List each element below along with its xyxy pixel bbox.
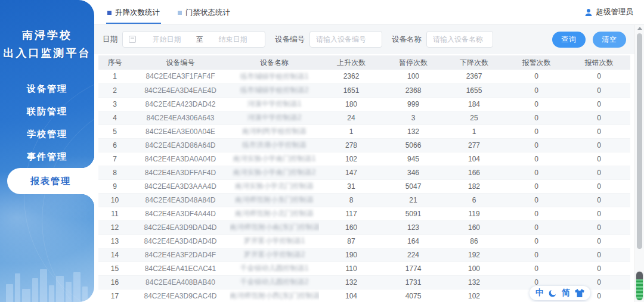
cell-pause-count: 224 — [383, 248, 443, 261]
cell-pause-count: 100 — [383, 70, 443, 83]
column-header: 设备编号 — [131, 55, 230, 70]
tab-1[interactable]: 升降次数统计 — [107, 8, 160, 24]
tab-label: 升降次数统计 — [115, 8, 160, 18]
cell-device-name: 浔溪中学控制器2 — [230, 111, 319, 124]
tab-2[interactable]: 门禁状态统计 — [178, 8, 230, 24]
user-account[interactable]: 超级管理员 — [584, 7, 634, 17]
cell-device-id: 84C2E4EA3D3AAA4D — [131, 179, 230, 193]
sidebar-item-3[interactable]: 学校管理 — [0, 123, 94, 145]
cell-alarm-count: 0 — [505, 220, 568, 234]
cell-error-count: 0 — [568, 234, 630, 248]
cell-device-id: 84C2E4EA3D9CAC4D — [131, 289, 230, 302]
start-date-placeholder: 开始日期 — [141, 35, 193, 45]
cell-down-count: 2367 — [443, 70, 505, 83]
device-name-label: 设备名称 — [392, 35, 422, 45]
app-root: 南浔学校 出入口监测平台 设备管理联防管理学校管理事件管理报表管理 升降次数统计… — [0, 0, 644, 302]
scroll-up-arrow-icon[interactable] — [637, 27, 642, 30]
cell-error-count: 0 — [568, 111, 630, 124]
cell-error-count: 0 — [568, 70, 630, 83]
search-button[interactable]: 查询 — [552, 32, 586, 48]
table-row: 1084C2E4EA3D48A84D南浔师范附小东门控制器821600 — [98, 193, 630, 207]
cell-up-count: 1 — [319, 124, 383, 138]
cell-up-count: 31 — [319, 179, 383, 193]
cell-error-count: 0 — [568, 179, 630, 193]
cell-error-count: 0 — [568, 166, 630, 179]
column-header: 报警次数 — [505, 55, 568, 70]
cell-device-name: 罗开富小学控制器1 — [230, 234, 319, 248]
column-header: 设备名称 — [230, 55, 319, 70]
sidebar-item-4[interactable]: 事件管理 — [0, 145, 94, 168]
table-row: 284C2E4EA3D4EAE4D练市城镇学校控制器21651236816550… — [98, 83, 630, 97]
cell-serial: 2 — [98, 83, 131, 97]
scrollbar-thumb[interactable] — [637, 33, 642, 249]
cell-up-count: 2362 — [319, 70, 383, 83]
cell-serial: 1 — [98, 70, 131, 83]
cell-device-name: 练市城镇学校控制器2 — [230, 83, 319, 97]
cell-error-count: 0 — [568, 124, 630, 138]
cell-device-id: 84C2E4EA3DF4A44D — [131, 207, 230, 220]
ime-toolbar[interactable]: 中 简 — [530, 286, 590, 300]
cell-serial: 12 — [98, 220, 131, 234]
cell-error-count: 0 — [568, 220, 630, 234]
cell-down-count: 182 — [443, 179, 505, 193]
cell-error-count: 0 — [568, 152, 630, 166]
cell-device-name: 南浔实验小学南门控制器2 — [230, 166, 319, 179]
sidebar-item-2[interactable]: 联防管理 — [0, 100, 94, 123]
clear-button[interactable]: 清空 — [593, 32, 626, 48]
sidebar-item-5[interactable]: 报表管理 — [7, 168, 94, 194]
cell-alarm-count: 0 — [505, 193, 568, 207]
cell-serial: 13 — [98, 234, 131, 248]
cell-up-count: 110 — [319, 261, 383, 275]
moon-icon[interactable] — [549, 289, 557, 297]
cell-pause-count: 3 — [383, 111, 443, 124]
cell-device-name: 南浔师范附小南(东)门控制器1 — [230, 220, 319, 234]
cell-up-count: 180 — [319, 97, 383, 111]
cell-pause-count: 5066 — [383, 138, 443, 152]
device-id-label: 设备编号 — [275, 35, 305, 45]
device-id-input[interactable] — [309, 31, 382, 48]
table-row: 584C2E4EA3E00A04E南浔利民学校控制器1132100 — [98, 124, 630, 138]
table-row: 984C2E4EA3D3AAA4D南浔实验小学北门控制器31504718200 — [98, 179, 630, 193]
ime-chinese-mode[interactable]: 中 — [535, 288, 544, 298]
cell-device-name: 千金镇幼儿园控制器1 — [230, 261, 319, 275]
cell-alarm-count: 0 — [505, 179, 568, 193]
extension-scroll-indicator — [636, 272, 643, 300]
cell-up-count: 24 — [319, 111, 383, 124]
date-range-separator: 至 — [193, 35, 207, 45]
sidebar-item-1[interactable]: 设备管理 — [0, 77, 94, 100]
user-name: 超级管理员 — [596, 7, 634, 17]
cell-pause-count: 999 — [383, 97, 443, 111]
cell-up-count: 160 — [319, 220, 383, 234]
date-range-picker[interactable]: 开始日期 至 结束日期 — [122, 31, 265, 48]
cell-serial: 8 — [98, 166, 131, 179]
filter-bar: 日期 开始日期 至 结束日期 设备编号 设备名称 查询 清空 — [94, 24, 644, 54]
cell-device-id: 84C2E4EA41ECAC41 — [131, 261, 230, 275]
shirt-skin-icon[interactable] — [575, 289, 584, 297]
cell-device-name: 南浔师范附小西(东)门控制器2 — [230, 289, 319, 302]
cell-down-count: 104 — [443, 152, 505, 166]
ime-simplified-mode[interactable]: 简 — [562, 288, 570, 298]
cell-device-name: 练市城镇学校控制器1 — [230, 70, 319, 83]
cell-pause-count: 164 — [383, 234, 443, 248]
cell-pause-count: 4075 — [383, 289, 443, 302]
cell-down-count: 166 — [443, 166, 505, 179]
cell-device-name: 南浔实验小学北门控制器 — [230, 179, 319, 193]
cell-device-name: 浔溪中学控制器1 — [230, 97, 319, 111]
table-row: 384C2E4EA423DAD42浔溪中学控制器118099918400 — [98, 97, 630, 111]
column-header: 报错次数 — [568, 55, 630, 70]
cell-device-id: 84C2E4EA3F2DAD4F — [131, 248, 230, 261]
tab-label: 门禁状态统计 — [185, 8, 230, 18]
cell-down-count: 160 — [443, 220, 505, 234]
cell-device-name: 南浔利民学校控制器 — [230, 124, 319, 138]
statistics-table: 序号设备编号设备名称上升次数暂停次数下降次数报警次数报错次数 184C2E4EA… — [94, 55, 644, 302]
main-content: 升降次数统计门禁状态统计 超级管理员 日期 开始日期 至 结束日期 设备编号 设… — [94, 0, 644, 302]
device-name-input[interactable] — [426, 31, 493, 48]
cell-device-name: 千金镇幼儿园控制器2 — [230, 275, 319, 289]
cell-down-count: 192 — [443, 248, 505, 261]
scrollbar[interactable] — [634, 25, 644, 302]
cell-down-count: 184 — [443, 97, 505, 111]
table-row: 1184C2E4EA3DF4A44D南浔师范附小北门控制器11750911190… — [98, 207, 630, 220]
calendar-icon — [129, 36, 136, 43]
cell-pause-count: 21 — [383, 193, 443, 207]
date-label: 日期 — [103, 35, 117, 45]
